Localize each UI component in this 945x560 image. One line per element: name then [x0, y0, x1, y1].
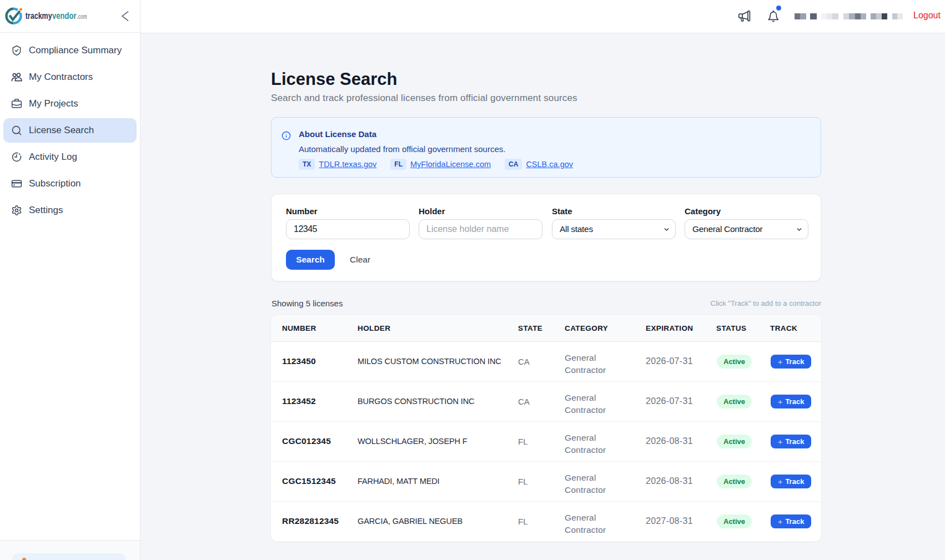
- svg-text:trackmyvendor.com: trackmyvendor.com: [26, 11, 87, 21]
